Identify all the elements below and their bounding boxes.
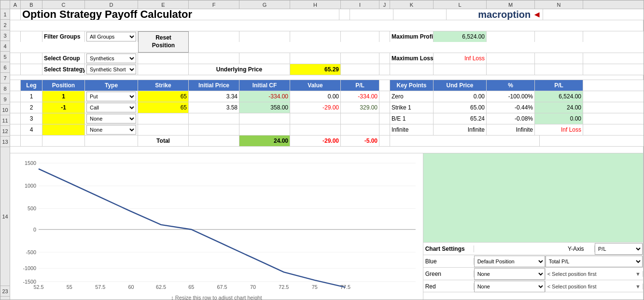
blue-dropdown[interactable]: Default Position [474, 256, 545, 267]
leg2-pl: 329.00 [341, 102, 379, 113]
leg1-type-select[interactable]: PutCallNone [86, 92, 136, 101]
row-23: ↕ Resize this row to adjust chart height [10, 292, 644, 300]
chart-area: 1500 1000 500 0 -500 -1000 -1500 [10, 153, 423, 292]
r13-empty [10, 147, 644, 153]
row-2 [10, 20, 644, 31]
kp-row3-pct: -0.08% [487, 113, 535, 124]
leg-header: Leg [21, 80, 42, 91]
row-9-leg2: 2 -1 CallPutNone 65 3.58 358.00 -29.00 3… [10, 102, 644, 113]
r3-a [10, 31, 21, 42]
kp-pl-header: P/L [535, 80, 583, 91]
r12-d [85, 136, 138, 146]
filter-groups-dropdown[interactable]: All Groups [86, 32, 136, 41]
svg-text:52.5: 52.5 [33, 284, 43, 290]
chart-settings-row: Chart Settings Y-Axis P/L [423, 242, 643, 255]
r3-m [487, 31, 535, 42]
select-strategy-select[interactable]: Synthetic Short Stock [85, 64, 138, 75]
red-value-select[interactable]: None [474, 281, 546, 292]
r7-a [10, 80, 21, 91]
leg4-type[interactable]: NonePutCall [85, 124, 138, 135]
select-group-dropdown[interactable]: Synthetics [86, 54, 136, 63]
r1-k [350, 9, 393, 20]
column-headers: A B C D E F G H I J K L M N [0, 0, 644, 9]
row-7-headers: Leg Position Type Strike Initial Price I… [10, 80, 644, 91]
leg3-type-select[interactable]: NonePutCall [86, 114, 136, 123]
red-dropdown[interactable]: None [474, 281, 545, 292]
rn-23: 23 [0, 286, 10, 297]
leg3-value [290, 113, 341, 124]
r9-a [10, 102, 21, 113]
rn-11: 11 [0, 115, 10, 126]
leg2-type-select[interactable]: CallPutNone [86, 103, 136, 112]
leg2-value: -29.00 [290, 102, 341, 113]
kp-row2-und: 65.00 [434, 102, 487, 113]
leg3-pl [341, 113, 379, 124]
leg4-type-select[interactable]: NonePutCall [86, 125, 136, 135]
col-e: E [138, 0, 189, 9]
reset-position-btn[interactable]: ResetPosition [152, 34, 175, 49]
r3-f [189, 31, 239, 42]
select-group-select[interactable]: Synthetics [85, 53, 138, 64]
y-axis-dropdown[interactable]: P/L [595, 243, 643, 255]
leg1-initial-price: 3.34 [189, 91, 239, 102]
kp-row2-label: Strike 1 [390, 102, 434, 113]
leg1-strike[interactable]: 65 [138, 91, 189, 102]
content-area: Option Strategy Payoff Calculator macrop… [10, 9, 644, 300]
underlying-price-label: Underlying Price [189, 64, 290, 75]
y-axis-select[interactable]: P/L [595, 243, 643, 255]
r12-j [379, 136, 390, 146]
r4-n [535, 53, 583, 64]
corner-cell [0, 0, 10, 9]
leg4-strike[interactable] [138, 124, 189, 135]
leg3-position[interactable] [42, 113, 85, 124]
green-value-select[interactable]: None [474, 268, 546, 280]
initial-cf-header: Initial CF [239, 80, 290, 91]
r7-j [379, 80, 390, 91]
red-right: < Select position first ▼ [546, 284, 643, 289]
rn-chart: 14 [0, 147, 10, 286]
max-loss-label: Maximum Loss [390, 53, 434, 64]
leg4-position[interactable] [42, 124, 85, 135]
r4-h [290, 53, 341, 64]
leg3-type[interactable]: NonePutCall [85, 113, 138, 124]
kp-row1-pl: 6,524.00 [535, 91, 583, 102]
max-loss-value: Inf Loss [434, 53, 487, 64]
reset-position-cell[interactable]: ResetPosition [138, 31, 189, 53]
svg-text:0: 0 [33, 227, 36, 232]
rn-7: 7 [0, 73, 10, 83]
leg2-strike[interactable]: 65 [138, 102, 189, 113]
col-d: D [85, 0, 138, 9]
select-group-label: Select Group [42, 53, 85, 64]
filter-groups-label: Filter Groups [42, 31, 85, 42]
leg1-type[interactable]: PutCallNone [85, 91, 138, 102]
leg1-position[interactable]: 1 [42, 91, 85, 102]
type-header: Type [85, 80, 138, 91]
svg-text:-500: -500 [26, 249, 36, 255]
col-b: B [21, 0, 42, 9]
r12-b [21, 136, 42, 146]
rn-4: 4 [0, 41, 10, 52]
filter-groups-select[interactable]: All Groups [85, 31, 138, 42]
r5-b [21, 64, 42, 75]
leg4-initial-price [189, 124, 239, 135]
kp-row1-label: Zero [390, 91, 434, 102]
underlying-price-value[interactable]: 65.29 [290, 64, 341, 75]
leg3-initial-price [189, 113, 239, 124]
r4-e [138, 53, 189, 64]
col-i: I [341, 0, 379, 9]
initial-price-header: Initial Price [189, 80, 239, 91]
green-right-text: < Select position first [547, 271, 597, 277]
leg2-position[interactable]: -1 [42, 102, 85, 113]
r3-h [290, 31, 341, 42]
r12-kp [390, 136, 540, 146]
blue-right-select[interactable]: Total P/L [546, 256, 643, 267]
blue-right-dropdown[interactable]: Total P/L [546, 256, 643, 267]
leg3-strike[interactable] [138, 113, 189, 124]
position-header: Position [42, 80, 85, 91]
select-strategy-dropdown[interactable]: Synthetic Short Stock [86, 65, 136, 74]
leg2-type[interactable]: CallPutNone [85, 102, 138, 113]
row-12-totals: Total 24.00 -29.00 -5.00 [10, 136, 644, 147]
green-dropdown[interactable]: None [474, 268, 545, 280]
blue-value-select[interactable]: Default Position [474, 256, 546, 267]
svg-text:500: 500 [28, 205, 36, 211]
